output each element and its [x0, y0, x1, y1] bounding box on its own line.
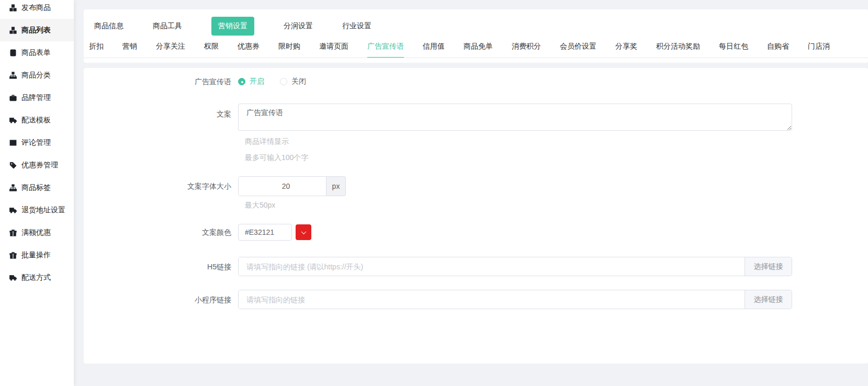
subtab-points-activity-reward[interactable]: 积分活动奖励 [656, 37, 700, 58]
sitemap-icon [9, 184, 17, 191]
subtab-credit-value[interactable]: 信用值 [423, 37, 445, 58]
font-size-control: px [238, 176, 346, 196]
sidebar-item-label: 配送模板 [21, 116, 51, 125]
file-excel-icon [9, 49, 17, 56]
color-row: 文案颜色 [84, 224, 868, 241]
radio-off-label: 关闭 [291, 77, 306, 86]
gift-icon [9, 229, 17, 236]
sidebar-item-product-list[interactable]: 商品列表 [0, 19, 74, 41]
sidebar-item-label: 商品分类 [21, 71, 51, 80]
chevron-down-icon [301, 229, 306, 234]
primary-tabs: 商品信息 商品工具 营销设置 分润设置 行业设置 [84, 16, 868, 37]
sidebar-item-delivery-method[interactable]: 配送方式 [0, 266, 74, 289]
mini-link-label: 小程序链接 [84, 294, 238, 305]
h5-link-label: H5链接 [84, 262, 238, 272]
slogan-radio-off[interactable]: 关闭 [280, 77, 306, 86]
subtab-ad-slogan[interactable]: 广告宣传语 [367, 37, 404, 58]
copy-textarea[interactable]: 广告宣传语 [238, 104, 792, 131]
subtab-daily-red-packet[interactable]: 每日红包 [719, 37, 748, 58]
sidebar-item-label: 配送方式 [21, 273, 51, 282]
cubes-icon [9, 4, 17, 12]
tab-marketing-settings[interactable]: 营销设置 [211, 17, 254, 36]
sidebar-item-label: 商品标签 [21, 183, 51, 192]
subtab-store-consume[interactable]: 门店消 [808, 37, 830, 58]
subtab-consume-points[interactable]: 消费积分 [512, 37, 541, 58]
h5-link-input[interactable] [239, 257, 745, 276]
sidebar-item-label: 商品表单 [21, 48, 51, 58]
truck-icon [9, 117, 17, 124]
subtab-coupon[interactable]: 优惠券 [238, 37, 260, 58]
briefcase-icon [9, 94, 17, 101]
sidebar-item-label: 发布商品 [21, 3, 51, 13]
tab-product-info[interactable]: 商品信息 [94, 21, 123, 31]
radio-unselected-icon [280, 78, 287, 85]
color-picker-button[interactable] [296, 224, 311, 240]
color-control [238, 224, 311, 241]
copy-row: 文案 广告宣传语 [84, 104, 868, 131]
tab-product-tools[interactable]: 商品工具 [153, 21, 182, 31]
subtab-self-purchase-save[interactable]: 自购省 [767, 37, 789, 58]
sidebar-item-return-address-settings[interactable]: 退货地址设置 [0, 199, 74, 221]
mini-link-input[interactable] [239, 290, 745, 309]
radio-selected-icon [238, 78, 245, 85]
h5-select-link-button[interactable]: 选择链接 [745, 257, 792, 276]
mini-select-link-button[interactable]: 选择链接 [745, 290, 792, 309]
mini-link-group: 选择链接 [238, 290, 792, 309]
font-size-help: 最大50px [245, 201, 868, 209]
sidebar-item-label: 退货地址设置 [21, 206, 65, 215]
slogan-radio-group: 开启 关闭 [238, 77, 306, 86]
sidebar-item-comment-management[interactable]: 评论管理 [0, 131, 74, 154]
secondary-tabs: 折扣 营销 分享关注 权限 优惠券 限时购 邀请页面 广告宣传语 信用值 商品免… [84, 37, 868, 58]
subtab-flash-sale[interactable]: 限时购 [278, 37, 300, 58]
sidebar-item-product-form[interactable]: 商品表单 [0, 41, 74, 64]
sidebar-item-delivery-template[interactable]: 配送模板 [0, 109, 74, 131]
sidebar-item-product-category[interactable]: 商品分类 [0, 64, 74, 86]
sidebar-item-full-discount[interactable]: 满额优惠 [0, 221, 74, 244]
sidebar-item-label: 评论管理 [21, 138, 51, 147]
sidebar-item-coupon-management[interactable]: 优惠券管理 [0, 154, 74, 176]
copy-label: 文案 [84, 104, 238, 119]
slogan-switch-row: 广告宣传语 开启 关闭 [84, 76, 868, 87]
tab-profit-settings[interactable]: 分润设置 [284, 21, 313, 31]
tab-industry-settings[interactable]: 行业设置 [342, 21, 371, 31]
subtab-invite-page[interactable]: 邀请页面 [319, 37, 348, 58]
color-label: 文案颜色 [84, 227, 238, 237]
px-unit-addon: px [326, 176, 346, 196]
sidebar-item-brand-management[interactable]: 品牌管理 [0, 86, 74, 109]
copy-help-display: 商品详情显示 [245, 137, 868, 145]
font-size-label: 文案字体大小 [84, 181, 238, 191]
slogan-radio-on[interactable]: 开启 [238, 77, 264, 86]
subtab-marketing[interactable]: 营销 [122, 37, 137, 58]
truck-icon [9, 274, 17, 281]
subtab-share-follow[interactable]: 分享关注 [156, 37, 185, 58]
font-size-row: 文案字体大小 px [84, 176, 868, 196]
subtab-share-reward[interactable]: 分享奖 [615, 37, 637, 58]
columns-icon [9, 139, 17, 146]
subtab-member-price[interactable]: 会员价设置 [560, 37, 596, 58]
subtab-permissions[interactable]: 权限 [204, 37, 219, 58]
sidebar-item-label: 优惠券管理 [21, 161, 58, 170]
sitemap-icon [9, 72, 17, 79]
font-size-input-group [238, 176, 326, 196]
sidebar-item-batch-operations[interactable]: 批量操作 [0, 244, 74, 266]
secondary-tabs-wrap: 折扣 营销 分享关注 权限 优惠券 限时购 邀请页面 广告宣传语 信用值 商品免… [84, 37, 868, 63]
radio-on-label: 开启 [250, 77, 264, 86]
truck-icon [9, 207, 17, 214]
cubes-icon [9, 27, 17, 34]
slogan-label: 广告宣传语 [84, 76, 238, 87]
sidebar-menu: 发布商品 商品列表 商品表单 商品分类 品牌管理 配送模板 评论管理 [0, 0, 74, 289]
sidebar-item-label: 满额优惠 [21, 228, 51, 237]
sidebar-item-publish-product[interactable]: 发布商品 [0, 0, 74, 19]
font-size-input[interactable] [239, 177, 326, 196]
sidebar: 发布商品 商品列表 商品表单 商品分类 品牌管理 配送模板 评论管理 [0, 0, 74, 386]
form-card: 广告宣传语 开启 关闭 文案 广告宣传语 商品详情显示 最多可输入100个字 文… [84, 68, 868, 364]
sidebar-item-label: 品牌管理 [21, 93, 51, 103]
gift-icon [9, 252, 17, 259]
main-content: 商品信息 商品工具 营销设置 分润设置 行业设置 折扣 营销 分享关注 权限 优… [84, 0, 868, 364]
subtab-free-order[interactable]: 商品免单 [464, 37, 493, 58]
subtab-discount[interactable]: 折扣 [89, 37, 104, 58]
mini-link-row: 小程序链接 选择链接 [84, 290, 868, 309]
color-input[interactable] [238, 224, 292, 241]
copy-help-limit: 最多可输入100个字 [245, 153, 868, 162]
sidebar-item-product-tags[interactable]: 商品标签 [0, 176, 74, 199]
